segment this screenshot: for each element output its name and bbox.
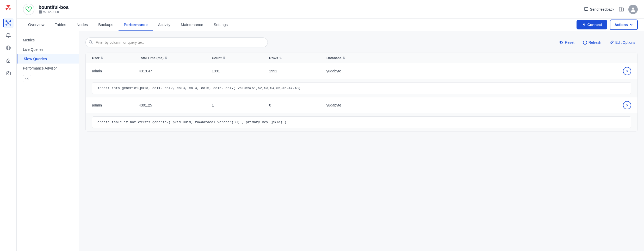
svg-point-22: [89, 41, 92, 43]
main-content: Reset Refresh Edit Options: [79, 31, 644, 251]
bell-icon[interactable]: [3, 30, 14, 41]
sort-icon-user: ⇅: [101, 56, 103, 60]
expand-row-2-button[interactable]: [623, 101, 631, 109]
cell-database-1: yugabyte: [326, 69, 617, 73]
col-header-total-time[interactable]: Total Time (ms) ⇅: [139, 56, 212, 60]
svg-point-13: [8, 61, 8, 62]
cell-rows-2: 0: [269, 103, 326, 107]
svg-line-7: [7, 24, 8, 24]
reset-icon: [559, 40, 563, 45]
cluster-version: v2.12.9.1-b1: [39, 10, 69, 14]
network-icon[interactable]: [3, 18, 14, 28]
svg-point-2: [10, 21, 11, 22]
cell-count-2: 1: [212, 103, 269, 107]
svg-rect-14: [6, 72, 10, 75]
svg-rect-16: [39, 11, 42, 11]
col-header-count[interactable]: Count ⇅: [212, 56, 269, 60]
cell-total-time-2: 4301.25: [139, 103, 212, 107]
tab-tables[interactable]: Tables: [50, 19, 71, 31]
sidebar-item-live-queries[interactable]: Live Queries: [17, 45, 79, 54]
svg-rect-17: [39, 12, 42, 12]
svg-point-3: [6, 24, 7, 25]
svg-line-6: [8, 22, 10, 22]
svg-line-8: [8, 24, 10, 24]
svg-rect-19: [584, 8, 588, 10]
col-header-expand: [617, 56, 631, 60]
svg-rect-18: [39, 13, 42, 13]
query-row-1: insert into generic1(pkid, col1, col2, c…: [86, 79, 637, 97]
col-header-database[interactable]: Database ⇅: [326, 56, 617, 60]
gift-button[interactable]: [618, 6, 624, 13]
tab-backups[interactable]: Backups: [93, 19, 119, 31]
nav-tabs: Overview Tables Nodes Backups Performanc…: [17, 19, 644, 31]
comment-icon: [584, 7, 589, 12]
sort-icon-total-time: ⇅: [165, 56, 167, 60]
content-area: Metrics Live Queries Slow Queries Perfor…: [17, 31, 644, 251]
globe-icon[interactable]: [3, 43, 14, 53]
sidebar-item-performance-advisor[interactable]: Performance Advisor: [17, 64, 79, 73]
svg-point-15: [8, 73, 9, 74]
icon-sidebar: [0, 0, 17, 251]
topbar: bountiful-boa v2.12.9.1-b1: [17, 0, 644, 19]
lightning-icon: [582, 23, 586, 27]
tab-settings[interactable]: Settings: [208, 19, 233, 31]
brand-logo: [3, 3, 14, 14]
chevron-down-icon: [629, 23, 633, 27]
sort-icon-database: ⇅: [343, 56, 345, 60]
svg-point-21: [632, 8, 634, 10]
cluster-health-icon: [23, 4, 34, 15]
table-row-group-2: admin 4301.25 1 0 yugabyte: [86, 97, 637, 131]
user-avatar-button[interactable]: [628, 5, 638, 14]
sort-icon-count: ⇅: [223, 56, 225, 60]
sidebar-item-slow-queries[interactable]: Slow Queries: [17, 54, 79, 64]
tab-maintenance[interactable]: Maintenance: [176, 19, 208, 31]
cluster-name: bountiful-boa: [39, 5, 69, 10]
cell-database-2: yugabyte: [326, 103, 617, 107]
tab-activity[interactable]: Activity: [153, 19, 176, 31]
cell-rows-1: 1991: [269, 69, 326, 73]
refresh-icon: [583, 40, 587, 45]
col-header-user[interactable]: User ⇅: [92, 56, 139, 60]
search-input[interactable]: [85, 37, 268, 47]
cluster-info: bountiful-boa v2.12.9.1-b1: [39, 5, 69, 14]
table-row: admin 4319.47 1991 1991 yugabyte: [86, 63, 637, 79]
tab-overview[interactable]: Overview: [23, 19, 50, 31]
svg-point-4: [10, 24, 11, 25]
query-row-2: create table if not exists generic2( pki…: [86, 113, 637, 131]
sort-icon-rows: ⇅: [279, 56, 282, 60]
toolbar: Reset Refresh Edit Options: [85, 37, 638, 47]
table-row: admin 4301.25 1 0 yugabyte: [86, 97, 637, 113]
expand-cell-1: [617, 67, 631, 75]
connect-button[interactable]: Connect: [577, 20, 607, 29]
sidebar-item-metrics[interactable]: Metrics: [17, 35, 79, 45]
table-header: User ⇅ Total Time (ms) ⇅ Count ⇅ Rows: [86, 53, 637, 63]
col-header-rows[interactable]: Rows ⇅: [269, 56, 326, 60]
sidebar-collapse-button[interactable]: <<: [23, 75, 31, 82]
svg-line-23: [91, 43, 92, 44]
svg-line-5: [7, 22, 8, 22]
topbar-actions: Send feedback: [584, 5, 638, 14]
left-sidebar: Metrics Live Queries Slow Queries Perfor…: [17, 31, 79, 251]
expand-row-1-button[interactable]: [623, 67, 631, 75]
tab-nodes[interactable]: Nodes: [71, 19, 93, 31]
expand-cell-2: [617, 101, 631, 109]
stack-icon: [39, 10, 42, 14]
table-row-group-1: admin 4319.47 1991 1991 yugabyte: [86, 63, 637, 97]
cell-total-time-1: 4319.47: [139, 69, 212, 73]
search-bar: [85, 37, 268, 47]
svg-point-0: [8, 22, 9, 24]
search-icon: [89, 40, 93, 45]
sidebar-icon-network[interactable]: [3, 18, 14, 28]
svg-point-1: [6, 21, 7, 22]
cell-user-1: admin: [92, 69, 139, 73]
tab-performance[interactable]: Performance: [119, 19, 153, 31]
lock-icon[interactable]: [3, 55, 14, 66]
refresh-button[interactable]: Refresh: [580, 39, 604, 46]
actions-button[interactable]: Actions: [610, 20, 638, 30]
query-text-2: create table if not exists generic2( pki…: [92, 116, 631, 128]
send-feedback-button[interactable]: Send feedback: [584, 7, 614, 12]
query-text-1: insert into generic1(pkid, col1, col2, c…: [92, 82, 631, 94]
camera-icon[interactable]: [3, 68, 14, 78]
reset-button[interactable]: Reset: [556, 39, 577, 46]
edit-options-button[interactable]: Edit Options: [607, 39, 638, 46]
